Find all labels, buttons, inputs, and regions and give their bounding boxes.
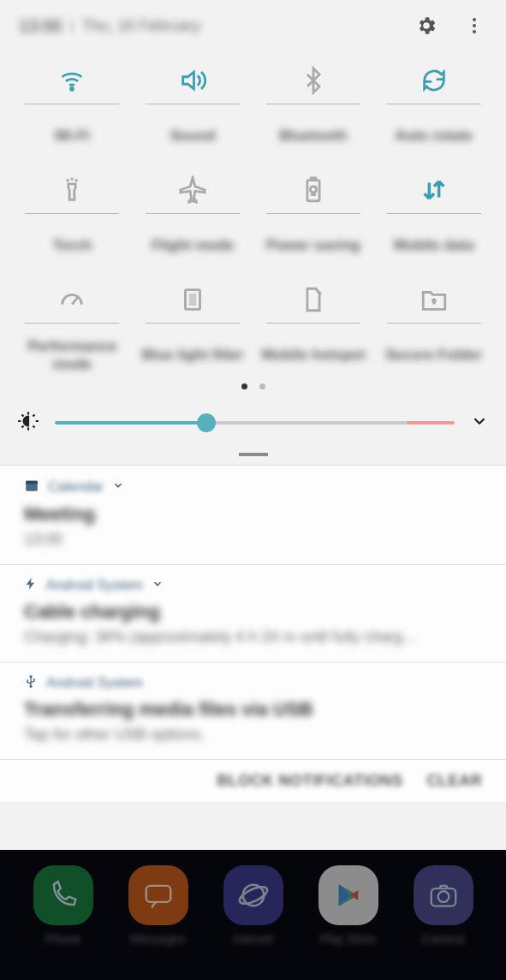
- status-bar: 13:00 | Thu, 16 February: [0, 0, 506, 51]
- gear-icon[interactable]: [414, 13, 439, 39]
- svg-point-10: [30, 686, 32, 687]
- qs-performance[interactable]: Performance mode: [12, 276, 133, 375]
- notif-title: Transferring media files via USB: [24, 698, 482, 721]
- dock-messages[interactable]: Messages: [128, 865, 188, 946]
- block-notifications-button[interactable]: BLOCK NOTIFICATIONS: [217, 772, 402, 790]
- notification-actions: BLOCK NOTIFICATIONS CLEAR: [0, 759, 506, 802]
- chevron-down-icon[interactable]: [152, 578, 164, 593]
- qs-label: Blue light filter: [139, 336, 247, 375]
- qs-power[interactable]: Power saving: [253, 166, 374, 265]
- dock-label: Internet: [233, 932, 273, 946]
- qs-label: Auto rotate: [391, 116, 476, 156]
- dock-label: Messages: [131, 932, 186, 946]
- qs-autorotate[interactable]: Auto rotate: [373, 56, 494, 156]
- quick-settings-grid: Wi-Fi Sound Bluetooth Auto rotate Torch …: [0, 51, 506, 375]
- qs-bluetooth[interactable]: Bluetooth: [253, 56, 374, 156]
- bolt-icon: [24, 577, 38, 594]
- qs-label: Secure Folder: [382, 336, 485, 375]
- brightness-slider[interactable]: [55, 421, 455, 425]
- qs-label: Torch: [49, 226, 95, 265]
- notification-charging[interactable]: Android System Cable charging Charging: …: [0, 564, 506, 662]
- qs-secure[interactable]: Secure Folder: [373, 276, 494, 375]
- qs-wifi[interactable]: Wi-Fi: [12, 56, 133, 156]
- clear-button[interactable]: CLEAR: [427, 772, 483, 790]
- qs-label: Sound: [167, 116, 219, 156]
- dock-camera[interactable]: Camera: [414, 865, 473, 946]
- notif-app: Calendar: [48, 479, 104, 495]
- notif-subtitle: 13:00: [24, 531, 482, 549]
- notif-subtitle: Tap for other USB options.: [24, 726, 482, 744]
- qs-label: Bluetooth: [276, 116, 350, 156]
- svg-point-13: [237, 883, 270, 906]
- svg-rect-6: [189, 293, 197, 305]
- svg-rect-4: [307, 180, 319, 200]
- dock-phone[interactable]: Phone: [33, 865, 93, 946]
- dock-label: Camera: [422, 932, 465, 946]
- drag-handle[interactable]: [0, 449, 506, 465]
- qs-sound[interactable]: Sound: [133, 56, 253, 156]
- notif-app: Android System: [46, 675, 143, 691]
- qs-label: Mobile data: [390, 226, 478, 265]
- qs-label: Flight mode: [148, 226, 237, 265]
- qs-flight[interactable]: Flight mode: [133, 166, 253, 265]
- dock-label: Play Store: [320, 932, 376, 946]
- svg-point-15: [438, 891, 449, 902]
- qs-hotspot[interactable]: Mobile hotspot: [253, 276, 374, 375]
- notification-shade: 13:00 | Thu, 16 February Wi-Fi Sound Blu…: [0, 0, 506, 802]
- brightness-icon: [17, 410, 39, 436]
- qs-label: Mobile hotspot: [258, 336, 368, 375]
- qs-bluelight[interactable]: Blue light filter: [133, 276, 253, 375]
- qs-torch[interactable]: Torch: [12, 166, 133, 265]
- qs-mobiledata[interactable]: Mobile data: [373, 166, 494, 265]
- notif-app: Android System: [46, 578, 143, 593]
- qs-label: Power saving: [263, 226, 364, 265]
- dock-internet[interactable]: Internet: [223, 865, 283, 946]
- dot-active: [241, 383, 247, 389]
- notif-title: Meeting: [24, 503, 482, 526]
- notif-title: Cable charging: [24, 601, 482, 623]
- slider-thumb[interactable]: [197, 413, 216, 432]
- svg-point-1: [473, 24, 476, 27]
- svg-point-0: [473, 18, 476, 21]
- calendar-icon: [24, 478, 39, 496]
- chevron-down-icon[interactable]: [470, 412, 489, 434]
- clock-date: Thu, 16 February: [82, 17, 200, 35]
- svg-point-2: [473, 30, 476, 33]
- dock-label: Phone: [45, 932, 80, 946]
- more-icon[interactable]: [461, 13, 487, 39]
- dock: Phone Messages Internet Play Store Camer…: [0, 850, 506, 980]
- svg-point-3: [71, 87, 74, 90]
- svg-rect-11: [146, 886, 170, 902]
- chevron-down-icon[interactable]: [112, 479, 124, 495]
- svg-rect-9: [26, 481, 38, 484]
- notification-calendar[interactable]: Calendar Meeting 13:00: [0, 465, 506, 564]
- usb-icon: [24, 674, 38, 692]
- svg-point-7: [432, 300, 435, 302]
- notif-subtitle: Charging: 36% (approximately 4 h 24 m un…: [24, 628, 482, 646]
- qs-label: Performance mode: [12, 336, 133, 375]
- qs-label: Wi-Fi: [51, 116, 93, 156]
- separator: |: [70, 18, 74, 33]
- clock-time: 13:00: [19, 16, 62, 36]
- brightness-slider-row: [0, 396, 506, 449]
- dock-play[interactable]: Play Store: [318, 865, 378, 946]
- page-indicator[interactable]: [0, 375, 506, 396]
- notification-usb[interactable]: Android System Transferring media files …: [0, 662, 506, 759]
- dot: [259, 383, 265, 389]
